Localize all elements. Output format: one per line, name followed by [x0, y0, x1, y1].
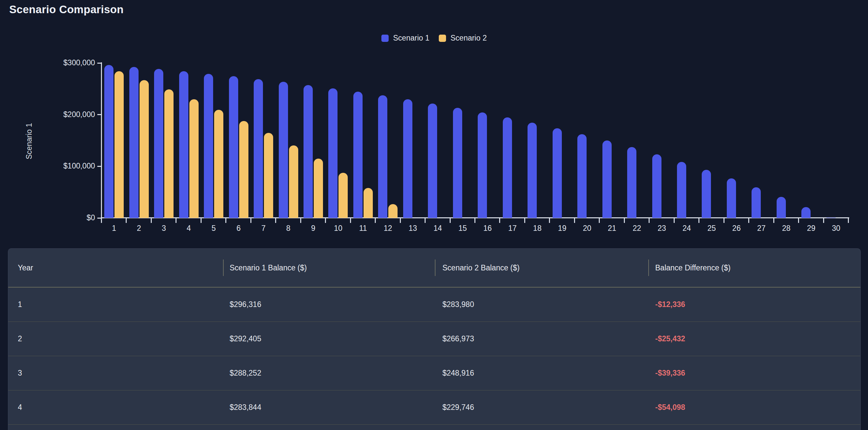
table-row: 4$283,844$229,746-$54,098	[8, 390, 860, 425]
bar-scenario1-year-2	[129, 67, 138, 218]
x-tick	[649, 218, 650, 223]
x-tick	[250, 218, 251, 223]
bar-scenario1-year-27	[751, 187, 761, 218]
bar-scenario1-year-13	[403, 99, 412, 218]
cell-year: 1	[18, 288, 22, 322]
table-row: 3$288,252$248,916-$39,336	[8, 356, 860, 390]
x-tick	[524, 218, 525, 223]
cell-scenario2-balance: $248,916	[442, 356, 474, 390]
x-tick	[200, 218, 202, 223]
x-tick	[723, 218, 724, 223]
x-tick	[599, 218, 600, 223]
header-separator	[648, 260, 649, 276]
x-tick-label: 19	[549, 224, 576, 233]
header-scenario2-balance: Scenario 2 Balance ($)	[442, 249, 520, 287]
x-tick	[126, 218, 127, 223]
comparison-table: Year Scenario 1 Balance ($) Scenario 2 B…	[8, 248, 861, 430]
bar-scenario1-year-16	[478, 112, 487, 218]
x-tick	[101, 218, 102, 223]
x-tick-label: 20	[574, 224, 600, 233]
cell-scenario2-balance: $283,980	[442, 288, 474, 322]
x-tick	[798, 218, 799, 223]
x-tick-label: 30	[823, 224, 849, 233]
bar-scenario2-year-4	[189, 99, 198, 218]
table-body: 1$296,316$283,980-$12,3362$292,405$266,9…	[8, 288, 860, 430]
header-balance-difference: Balance Difference ($)	[655, 249, 731, 287]
bar-scenario2-year-8	[289, 145, 298, 218]
x-tick-label: 3	[151, 224, 177, 233]
x-tick	[375, 218, 376, 223]
bar-scenario1-year-12	[378, 95, 387, 218]
bar-scenario2-year-7	[264, 133, 273, 218]
x-tick	[300, 218, 301, 223]
header-separator	[435, 260, 435, 276]
x-tick	[574, 218, 575, 223]
header-scenario1-balance: Scenario 1 Balance ($)	[229, 249, 307, 287]
x-tick	[674, 218, 675, 223]
x-tick	[624, 218, 625, 223]
table-row-partial	[8, 425, 860, 430]
x-tick-label: 13	[400, 224, 426, 233]
x-tick-label: 26	[723, 224, 750, 233]
bar-scenario2-year-12	[388, 204, 398, 218]
x-tick-label: 1	[101, 224, 127, 233]
x-tick-label: 10	[325, 224, 351, 233]
bar-scenario1-year-22	[627, 147, 637, 218]
bar-scenario2-year-6	[239, 121, 248, 218]
x-tick	[474, 218, 475, 223]
x-tick	[499, 218, 500, 223]
y-tick-label: $300,000	[36, 58, 95, 67]
bar-scenario1-year-29	[801, 207, 811, 218]
cell-balance-difference: -$12,336	[655, 288, 685, 322]
bar-scenario1-year-8	[279, 82, 288, 218]
x-tick-label: 25	[699, 224, 725, 233]
x-tick-label: 27	[748, 224, 775, 233]
cell-scenario1-balance: $283,844	[229, 390, 261, 424]
x-tick	[350, 218, 351, 223]
bar-scenario2-year-11	[364, 188, 373, 218]
x-tick-label: 23	[649, 224, 675, 233]
x-tick	[176, 218, 177, 223]
y-tick	[97, 166, 101, 167]
y-tick-label: $100,000	[36, 162, 95, 170]
cell-scenario2-balance: $266,973	[442, 322, 474, 356]
bar-scenario2-year-10	[339, 173, 348, 218]
bar-scenario1-year-17	[503, 118, 512, 218]
bar-scenario2-year-9	[314, 159, 323, 218]
bar-scenario2-year-3	[164, 89, 174, 218]
bar-scenario1-year-1	[104, 65, 114, 218]
table-row: 2$292,405$266,973-$25,432	[8, 322, 860, 356]
bar-scenario1-year-15	[453, 108, 462, 218]
x-tick-label: 22	[624, 224, 650, 233]
x-tick	[699, 218, 700, 223]
y-tick-label: $200,000	[36, 110, 95, 119]
x-tick-label: 17	[499, 224, 526, 233]
bar-scenario1-year-14	[428, 103, 437, 218]
x-tick-label: 7	[250, 224, 277, 233]
cell-year: 4	[18, 390, 22, 424]
x-tick	[823, 218, 824, 223]
x-tick	[425, 218, 426, 223]
x-tick	[225, 218, 226, 223]
cell-scenario1-balance: $296,316	[229, 288, 261, 322]
x-tick	[748, 218, 749, 223]
cell-scenario1-balance: $292,405	[229, 322, 261, 356]
bar-scenario1-year-28	[777, 197, 786, 218]
cell-scenario1-balance: $288,252	[229, 356, 261, 390]
bar-scenario1-year-3	[154, 69, 163, 218]
x-tick-label: 12	[375, 224, 401, 233]
x-tick	[450, 218, 451, 223]
cell-balance-difference: -$25,432	[655, 322, 685, 356]
bar-scenario1-year-25	[702, 170, 711, 218]
y-tick	[97, 114, 101, 115]
cell-balance-difference: -$54,098	[655, 390, 685, 424]
cell-scenario2-balance: $229,746	[442, 390, 474, 424]
x-tick-label: 14	[425, 224, 451, 233]
bar-scenario2-year-1	[115, 71, 124, 218]
x-tick-label: 9	[300, 224, 326, 233]
bar-scenario1-year-30	[827, 218, 836, 218]
x-tick-label: 24	[673, 224, 700, 233]
table-row: 1$296,316$283,980-$12,336	[8, 288, 860, 322]
cell-year: 3	[18, 356, 22, 390]
x-tick-label: 2	[126, 224, 152, 233]
